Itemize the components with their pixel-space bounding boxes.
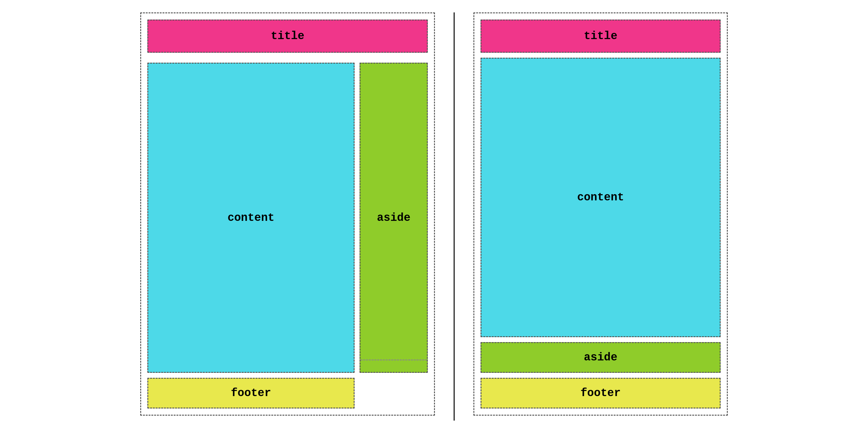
right-layout-container: title content aside footer: [473, 12, 728, 415]
right-content: content: [480, 58, 721, 337]
left-aside: aside: [360, 63, 428, 373]
right-footer: footer: [480, 378, 721, 408]
left-content: content: [147, 63, 354, 373]
left-main-area: title content aside footer: [147, 20, 428, 408]
right-title: title: [480, 20, 721, 53]
aside-dashed-indicator: [361, 360, 427, 372]
left-footer: footer: [147, 378, 354, 408]
right-title-text: title: [584, 30, 617, 42]
right-aside: aside: [480, 342, 721, 373]
left-footer-text: footer: [231, 387, 271, 400]
left-aside-text: aside: [377, 212, 410, 224]
left-layout-container: title content aside footer: [140, 12, 435, 415]
vertical-divider: [454, 12, 455, 421]
left-title: title: [147, 20, 428, 53]
left-bottom-section: footer: [147, 378, 428, 408]
right-footer-text: footer: [581, 387, 621, 400]
left-footer-spacer: [360, 378, 428, 408]
left-title-text: title: [271, 30, 304, 42]
right-aside-text: aside: [584, 351, 617, 364]
right-content-text: content: [577, 191, 624, 204]
left-content-text: content: [227, 212, 274, 224]
left-middle-row: content aside: [147, 63, 428, 373]
